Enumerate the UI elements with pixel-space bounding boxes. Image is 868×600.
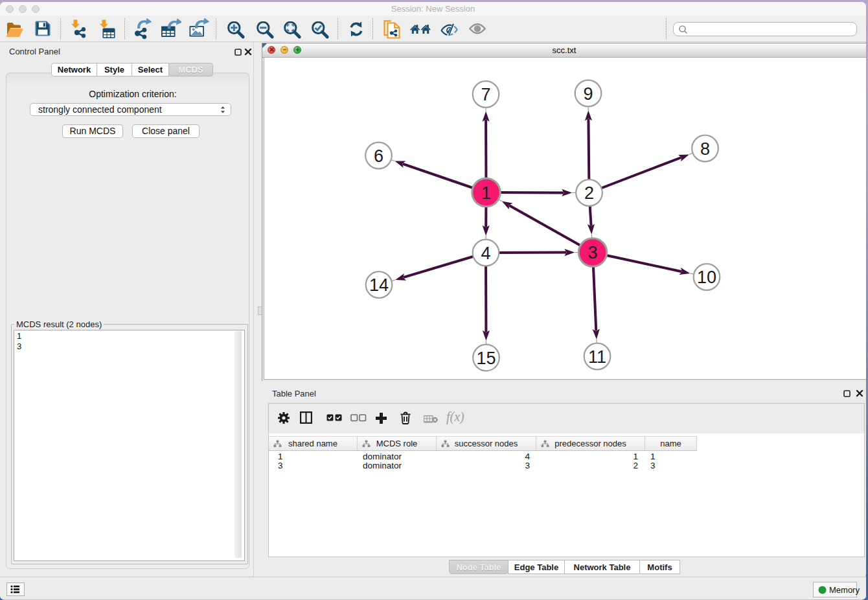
svg-text:2: 2 [584, 183, 594, 203]
svg-text:8: 8 [700, 139, 710, 159]
svg-text:4: 4 [481, 244, 490, 263]
svg-text:3: 3 [588, 243, 597, 262]
svg-text:7: 7 [481, 85, 490, 104]
svg-text:14: 14 [369, 275, 389, 295]
svg-text:15: 15 [476, 349, 496, 368]
svg-text:1: 1 [481, 183, 491, 203]
svg-text:6: 6 [374, 146, 383, 166]
svg-text:11: 11 [588, 347, 606, 367]
svg-text:10: 10 [697, 268, 716, 287]
svg-text:9: 9 [583, 84, 593, 104]
